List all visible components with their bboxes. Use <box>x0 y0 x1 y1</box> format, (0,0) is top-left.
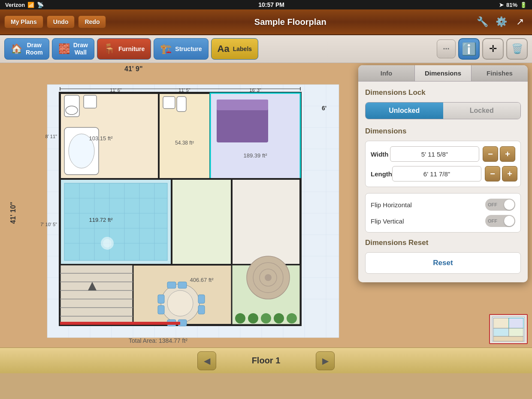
flip-horizontal-toggle[interactable]: OFF <box>485 199 515 211</box>
status-left: Verizon 📶 📡 <box>5 2 44 8</box>
undo-button[interactable]: Undo <box>47 15 75 28</box>
location-icon: ➤ <box>499 2 504 8</box>
status-right: ➤ 81% 🔋 <box>499 2 527 8</box>
move-mode-button[interactable]: ✛ <box>482 38 504 60</box>
dimensions-section: Width − + Length − + <box>365 141 521 187</box>
draw-wall-label: DrawWall <box>73 42 88 56</box>
locked-button[interactable]: Locked <box>443 103 521 119</box>
width-decrement-button[interactable]: − <box>483 146 498 162</box>
svg-rect-31 <box>232 179 300 265</box>
svg-rect-103 <box>493 336 523 341</box>
width-buttons: − + <box>483 146 515 162</box>
draw-room-icon: 🏠 <box>11 43 22 54</box>
flip-horizontal-thumb <box>504 200 514 210</box>
length-input[interactable] <box>392 166 481 181</box>
draw-wall-button[interactable]: 🧱 DrawWall <box>52 38 94 60</box>
prev-floor-button[interactable]: ◀ <box>197 351 216 370</box>
furniture-button[interactable]: 🪑 Furniture <box>97 38 151 60</box>
labels-button[interactable]: Aa Labels <box>211 38 258 60</box>
svg-rect-44 <box>64 183 167 260</box>
info-mode-button[interactable]: ℹ️ <box>458 38 480 60</box>
svg-rect-102 <box>493 328 509 336</box>
flip-vertical-label: Flip Vertical <box>371 218 404 225</box>
panel-tabs: Info Dimensions Finishes <box>358 65 528 82</box>
svg-rect-75 <box>198 295 205 303</box>
next-floor-icon: ▶ <box>322 356 329 366</box>
dimensions-panel: Info Dimensions Finishes Dimensions Lock… <box>358 65 528 282</box>
width-row: Width − + <box>371 146 515 162</box>
dimensions-title: Dimensions <box>365 127 521 136</box>
svg-text:8' 11": 8' 11" <box>45 134 57 139</box>
width-input[interactable] <box>390 146 479 162</box>
svg-rect-39 <box>177 97 186 112</box>
app-title: Sample Floorplan <box>109 17 471 27</box>
wrench-button[interactable]: 🔧 <box>475 14 490 30</box>
next-floor-button[interactable]: ▶ <box>316 351 335 370</box>
svg-point-80 <box>235 313 245 323</box>
svg-point-84 <box>287 313 297 323</box>
svg-text:11' 6": 11' 6" <box>110 88 122 93</box>
length-label: Length <box>371 170 392 178</box>
width-label: Width <box>371 151 390 158</box>
bottom-bar: ◀ Floor 1 ▶ <box>0 348 532 373</box>
length-decrement-button[interactable]: − <box>485 166 500 181</box>
export-button[interactable]: ↗ <box>512 14 528 30</box>
floorplan-canvas[interactable]: 103.15 ft² 54.38 ft² 189.39 ft² <box>21 72 356 363</box>
width-increment-button[interactable]: + <box>500 146 515 162</box>
info-icon: ℹ️ <box>462 42 477 56</box>
draw-room-button[interactable]: 🏠 DrawRoom <box>4 38 49 60</box>
wifi-icon: 📡 <box>37 2 44 8</box>
structure-icon: 🏗️ <box>160 43 172 54</box>
length-increment-button[interactable]: + <box>502 166 517 181</box>
svg-text:7' 10' 5": 7' 10' 5" <box>40 222 57 227</box>
move-icon: ✛ <box>489 43 497 54</box>
battery-label: 81% <box>506 2 517 8</box>
svg-text:6': 6' <box>322 105 326 112</box>
reset-button[interactable]: Reset <box>365 252 521 274</box>
more-tools-button[interactable]: ··· <box>437 39 456 58</box>
furniture-label: Furniture <box>118 45 145 52</box>
svg-rect-101 <box>509 318 523 329</box>
labels-icon: Aa <box>218 43 230 54</box>
lock-toggle: Unlocked Locked <box>365 102 521 119</box>
dimensions-lock-title: Dimensions Lock <box>365 88 521 97</box>
svg-text:406.67 ft²: 406.67 ft² <box>190 277 214 283</box>
labels-label: Labels <box>233 45 252 52</box>
delete-mode-button[interactable]: 🗑️ <box>506 38 528 60</box>
left-dimension-label: 41' 10" <box>9 202 17 224</box>
svg-rect-42 <box>217 100 268 110</box>
svg-point-83 <box>274 313 284 323</box>
flip-horizontal-state: OFF <box>488 202 497 207</box>
trash-icon: 🗑️ <box>511 43 523 54</box>
structure-label: Structure <box>175 45 202 52</box>
structure-button[interactable]: 🏗️ Structure <box>154 38 208 60</box>
redo-button[interactable]: Redo <box>78 15 106 28</box>
tab-finishes[interactable]: Finishes <box>472 65 528 81</box>
svg-rect-89 <box>60 322 180 325</box>
svg-point-81 <box>248 313 258 323</box>
time-label: 10:57 PM <box>258 1 284 8</box>
signal-icon: 📶 <box>27 2 34 8</box>
flip-vertical-toggle[interactable]: OFF <box>485 215 515 227</box>
my-plans-button[interactable]: My Plans <box>4 15 43 28</box>
gear-icon: ⚙️ <box>496 16 507 27</box>
unlocked-button[interactable]: Unlocked <box>366 103 443 119</box>
more-icon: ··· <box>443 45 449 54</box>
tab-dimensions[interactable]: Dimensions <box>415 65 472 81</box>
flip-horizontal-label: Flip Horizontal <box>371 201 412 209</box>
svg-rect-69 <box>167 282 176 288</box>
settings-button[interactable]: ⚙️ <box>493 14 509 30</box>
svg-rect-70 <box>178 282 187 288</box>
main-canvas-area: 41' 9" 41' 10" <box>0 63 532 373</box>
length-buttons: − + <box>485 166 517 181</box>
furniture-icon: 🪑 <box>103 43 115 54</box>
tab-info[interactable]: Info <box>358 65 415 81</box>
flip-vertical-state: OFF <box>488 218 497 224</box>
svg-text:189.39 ft²: 189.39 ft² <box>244 152 268 159</box>
reset-section: Reset <box>365 252 521 274</box>
svg-rect-30 <box>172 179 232 265</box>
svg-text:16' 3": 16' 3" <box>249 88 261 93</box>
minimap[interactable] <box>489 314 528 344</box>
main-toolbar: My Plans Undo Redo Sample Floorplan 🔧 ⚙️… <box>0 9 532 35</box>
svg-point-57 <box>103 239 112 248</box>
